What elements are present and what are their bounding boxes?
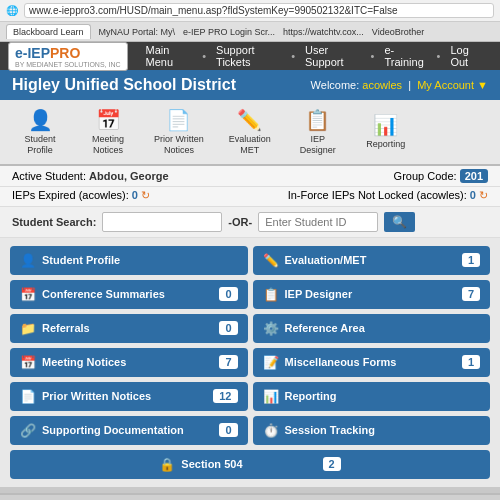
- my-account-link[interactable]: My Account ▼: [417, 79, 488, 91]
- refresh-icon[interactable]: ↻: [141, 189, 150, 201]
- student-profile-icon: 👤: [28, 108, 53, 132]
- app-logo: e-IEPPRO BY MEDIANET SOLUTIONS, INC: [8, 42, 128, 71]
- referrals-menu-icon: 📁: [20, 321, 36, 336]
- prior-written-menu-icon: 📄: [20, 389, 36, 404]
- browser-tab-4[interactable]: https://watchtv.cox...: [283, 27, 364, 37]
- inforce-refresh-icon[interactable]: ↻: [479, 189, 488, 201]
- reporting-icon: 📊: [373, 113, 398, 137]
- welcome-label: Welcome:: [311, 79, 360, 91]
- school-name: Higley Unified School District: [12, 76, 236, 94]
- menu-item-referrals[interactable]: 📁 Referrals 0: [10, 314, 248, 343]
- footer: Version 17.0 (July 2017) All contents of…: [0, 493, 500, 500]
- evaluation-menu-label: Evaluation/MET: [285, 254, 367, 266]
- menu-item-student-profile[interactable]: 👤 Student Profile: [10, 246, 248, 275]
- toolbar-prior-written-label: Prior WrittenNotices: [154, 134, 204, 156]
- student-profile-menu-label: Student Profile: [42, 254, 120, 266]
- toolbar-student-profile-label: StudentProfile: [24, 134, 55, 156]
- meeting-notices-badge: 7: [219, 355, 237, 369]
- search-button[interactable]: 🔍: [384, 212, 415, 232]
- meeting-notices-menu-label: Meeting Notices: [42, 356, 126, 368]
- search-input[interactable]: [102, 212, 222, 232]
- menu-item-meeting-notices[interactable]: 📅 Meeting Notices 7: [10, 348, 248, 377]
- menu-item-evaluation[interactable]: ✏️ Evaluation/MET 1: [253, 246, 491, 275]
- menu-item-iep-designer[interactable]: 📋 IEP Designer 7: [253, 280, 491, 309]
- browser-tab-1[interactable]: Blackboard Learn: [6, 24, 91, 39]
- prior-written-menu-label: Prior Written Notices: [42, 390, 151, 402]
- top-nav-links: Main Menu • Support Tickets • User Suppo…: [138, 40, 492, 72]
- section-504-badge: 2: [323, 457, 341, 471]
- browser-bar: 🌐 www.e-ieppro3.com/HUSD/main_menu.asp?f…: [0, 0, 500, 22]
- menu-item-reference[interactable]: ⚙️ Reference Area: [253, 314, 491, 343]
- evaluation-menu-icon: ✏️: [263, 253, 279, 268]
- inforce-iep-info: In-Force IEPs Not Locked (acowles): 0 ↻: [288, 189, 488, 202]
- menu-item-session-tracking[interactable]: ⏱️ Session Tracking: [253, 416, 491, 445]
- student-info-bar: Active Student: Abdou, George Group Code…: [0, 166, 500, 187]
- misc-forms-badge: 1: [462, 355, 480, 369]
- group-code-label: Group Code:: [394, 170, 457, 182]
- meeting-notices-menu-icon: 📅: [20, 355, 36, 370]
- iep-status-bar: IEPs Expired (acowles): 0 ↻ In-Force IEP…: [0, 187, 500, 207]
- search-or-label: -OR-: [228, 216, 252, 228]
- supporting-docs-badge: 0: [219, 423, 237, 437]
- menu-item-prior-written[interactable]: 📄 Prior Written Notices 12: [10, 382, 248, 411]
- toolbar-evaluation[interactable]: ✏️ EvaluationMET: [220, 104, 280, 160]
- student-profile-menu-icon: 👤: [20, 253, 36, 268]
- reporting-menu-icon: 📊: [263, 389, 279, 404]
- top-navigation: e-IEPPRO BY MEDIANET SOLUTIONS, INC Main…: [0, 42, 500, 70]
- browser-favicon: 🌐: [6, 5, 18, 16]
- welcome-area: Welcome: acowles | My Account ▼: [311, 79, 488, 91]
- misc-forms-menu-icon: 📝: [263, 355, 279, 370]
- toolbar-prior-written[interactable]: 📄 Prior WrittenNotices: [146, 104, 212, 160]
- browser-tab-5[interactable]: VideoBrother: [372, 27, 424, 37]
- toolbar-reporting-label: Reporting: [366, 139, 405, 150]
- reference-menu-label: Reference Area: [285, 322, 365, 334]
- toolbar-iep-designer-label: IEPDesigner: [300, 134, 336, 156]
- menu-item-misc-forms[interactable]: 📝 Miscellaneous Forms 1: [253, 348, 491, 377]
- referrals-badge: 0: [219, 321, 237, 335]
- menu-item-section-504[interactable]: 🔒 Section 504 2: [10, 450, 490, 479]
- iep-expired-count: 0: [132, 189, 138, 201]
- toolbar-reporting[interactable]: 📊 Reporting: [356, 109, 416, 154]
- toolbar-student-profile[interactable]: 👤 StudentProfile: [10, 104, 70, 160]
- section-504-label: Section 504: [181, 458, 242, 470]
- nav-logout[interactable]: Log Out: [442, 40, 492, 72]
- menu-item-conference[interactable]: 📅 Conference Summaries 0: [10, 280, 248, 309]
- nav-support-tickets[interactable]: Support Tickets: [208, 40, 289, 72]
- browser-tab-3[interactable]: e-IEP PRO Login Scr...: [183, 27, 275, 37]
- iep-designer-badge: 7: [462, 287, 480, 301]
- menu-item-supporting-docs[interactable]: 🔗 Supporting Documentation 0: [10, 416, 248, 445]
- nav-etraining[interactable]: e-Training: [376, 40, 434, 72]
- toolbar-meeting-notices-label: MeetingNotices: [92, 134, 124, 156]
- browser-url[interactable]: www.e-ieppro3.com/HUSD/main_menu.asp?fld…: [24, 3, 494, 18]
- inforce-count: 0: [470, 189, 476, 201]
- username-link[interactable]: acowles: [362, 79, 402, 91]
- session-tracking-menu-icon: ⏱️: [263, 423, 279, 438]
- browser-tab-2[interactable]: MyNAU Portal: My\: [99, 27, 176, 37]
- evaluation-icon: ✏️: [237, 108, 262, 132]
- conference-menu-label: Conference Summaries: [42, 288, 165, 300]
- toolbar-meeting-notices[interactable]: 📅 MeetingNotices: [78, 104, 138, 160]
- menu-grid: 👤 Student Profile ✏️ Evaluation/MET 1 📅 …: [10, 246, 490, 445]
- logo-pro: PRO: [50, 45, 80, 61]
- prior-written-badge: 12: [213, 389, 237, 403]
- nav-user-support[interactable]: User Support: [297, 40, 369, 72]
- student-name: Abdou, George: [89, 170, 168, 182]
- logo-e: e-: [15, 45, 27, 61]
- logo-iep: IEP: [27, 45, 50, 61]
- browser-tabs: Blackboard Learn MyNAU Portal: My\ e-IEP…: [0, 22, 500, 42]
- section-504-icon: 🔒: [159, 457, 175, 472]
- nav-main-menu[interactable]: Main Menu: [138, 40, 201, 72]
- student-info-left: Active Student: Abdou, George: [12, 170, 169, 182]
- prior-written-icon: 📄: [166, 108, 191, 132]
- conference-badge: 0: [219, 287, 237, 301]
- group-code-badge: 201: [460, 169, 488, 183]
- logo-sub: BY MEDIANET SOLUTIONS, INC: [15, 61, 121, 68]
- menu-item-reporting[interactable]: 📊 Reporting: [253, 382, 491, 411]
- student-id-input[interactable]: [258, 212, 378, 232]
- toolbar-iep-designer[interactable]: 📋 IEPDesigner: [288, 104, 348, 160]
- reference-menu-icon: ⚙️: [263, 321, 279, 336]
- misc-forms-menu-label: Miscellaneous Forms: [285, 356, 397, 368]
- active-student-label: Active Student:: [12, 170, 86, 182]
- evaluation-badge: 1: [462, 253, 480, 267]
- school-header: Higley Unified School District Welcome: …: [0, 70, 500, 100]
